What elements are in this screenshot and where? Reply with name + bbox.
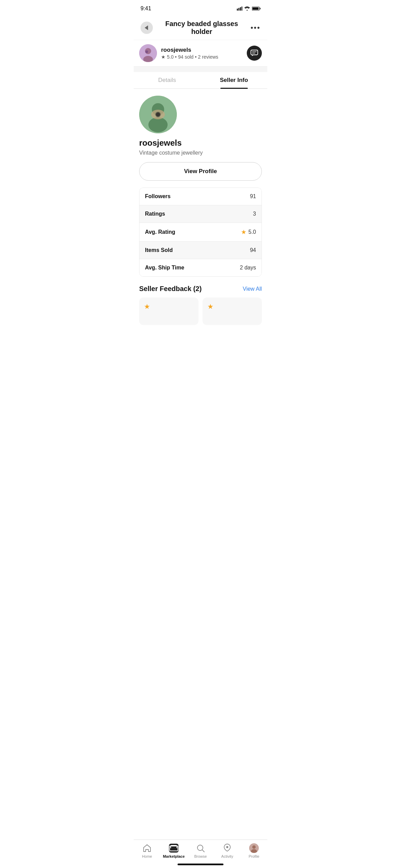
view-profile-button[interactable]: View Profile xyxy=(139,162,262,181)
back-button[interactable] xyxy=(141,22,153,34)
followers-label: Followers xyxy=(145,193,250,200)
feedback-section: Seller Feedback (2) View All ★ ★ xyxy=(134,285,267,330)
seller-rating-banner: 5.0 xyxy=(167,54,173,60)
seller-sold-count: 94 xyxy=(178,54,183,60)
ratings-value: 3 xyxy=(253,211,256,217)
nav-label-activity: Activity xyxy=(221,854,233,858)
nav-item-profile[interactable]: Profile xyxy=(241,843,267,858)
svg-point-22 xyxy=(226,846,228,848)
svg-point-19 xyxy=(156,112,160,117)
avg-rating-label: Avg. Rating xyxy=(145,229,241,235)
stat-row-avg-rating: Avg. Rating ★ 5.0 xyxy=(139,223,262,242)
reviews-label: reviews xyxy=(202,54,218,60)
status-bar: 9:41 xyxy=(134,0,267,17)
view-all-link[interactable]: View All xyxy=(243,286,262,292)
message-button[interactable] xyxy=(247,46,262,61)
avg-rating-star-icon: ★ xyxy=(241,228,246,236)
svg-rect-6 xyxy=(253,8,259,10)
svg-rect-2 xyxy=(240,7,241,11)
ship-time-value: 2 days xyxy=(240,265,256,271)
header: Fancy beaded glasses holder ••• xyxy=(134,17,267,40)
items-sold-value: 94 xyxy=(250,247,256,253)
feedback-star-2: ★ xyxy=(207,303,214,310)
stat-row-followers: Followers 91 xyxy=(139,188,262,205)
profile-avatar-nav xyxy=(249,843,259,853)
profile-icon xyxy=(249,843,259,853)
stats-table: Followers 91 Ratings 3 Avg. Rating ★ 5.0… xyxy=(139,188,262,277)
tab-details[interactable]: Details xyxy=(134,72,200,88)
back-arrow-icon xyxy=(145,25,148,30)
svg-rect-11 xyxy=(251,50,258,55)
feedback-card-1: ★ xyxy=(139,298,198,325)
feedback-cards: ★ ★ xyxy=(139,298,262,325)
nav-item-home[interactable]: Home xyxy=(134,843,160,858)
svg-rect-3 xyxy=(242,7,243,11)
separator2: • xyxy=(195,54,197,60)
svg-point-16 xyxy=(148,117,168,132)
nav-label-marketplace: Marketplace xyxy=(163,854,185,858)
tab-seller-info[interactable]: Seller Info xyxy=(200,72,267,88)
nav-item-activity[interactable]: Activity xyxy=(214,843,241,858)
section-spacer xyxy=(134,67,267,72)
svg-point-10 xyxy=(145,50,148,53)
seller-banner: roosjewels ★ 5.0 • 94 sold • 2 reviews xyxy=(134,40,267,67)
nav-item-marketplace[interactable]: Marketplace xyxy=(160,843,187,858)
ratings-label: Ratings xyxy=(145,211,253,217)
seller-bio: Vintage costume jewellery xyxy=(139,150,262,156)
status-icons xyxy=(237,7,260,11)
stat-row-items-sold: Items Sold 94 xyxy=(139,242,262,259)
page-title: Fancy beaded glasses holder xyxy=(153,20,251,36)
seller-name-banner: roosjewels xyxy=(161,47,218,53)
seller-reviews: 2 xyxy=(198,54,201,60)
signal-icon xyxy=(237,7,242,11)
nav-label-browse: Browse xyxy=(194,854,207,858)
items-sold-label: Items Sold xyxy=(145,247,250,253)
seller-banner-info: roosjewels ★ 5.0 • 94 sold • 2 reviews xyxy=(161,47,218,60)
svg-rect-0 xyxy=(237,9,238,11)
stat-row-ship-time: Avg. Ship Time 2 days xyxy=(139,259,262,276)
seller-info-section: roosjewels Vintage costume jewellery Vie… xyxy=(134,89,267,277)
seller-stats-banner: ★ 5.0 • 94 sold • 2 reviews xyxy=(161,54,218,60)
feedback-title: Seller Feedback (2) xyxy=(139,285,202,293)
more-options-button[interactable]: ••• xyxy=(251,23,260,32)
seller-avatar-small xyxy=(139,44,157,62)
ship-time-label: Avg. Ship Time xyxy=(145,265,240,271)
seller-avatar-large xyxy=(139,96,177,133)
activity-icon xyxy=(222,843,232,853)
home-indicator xyxy=(178,864,223,865)
nav-label-home: Home xyxy=(142,854,152,858)
seller-name-large: roosjewels xyxy=(139,138,262,148)
browse-icon xyxy=(196,843,205,853)
feedback-card-2: ★ xyxy=(203,298,262,325)
status-time: 9:41 xyxy=(141,5,151,12)
avg-rating-value: ★ 5.0 xyxy=(241,228,256,236)
feedback-star-1: ★ xyxy=(144,303,150,310)
separator1: • xyxy=(175,54,177,60)
feedback-header: Seller Feedback (2) View All xyxy=(139,285,262,293)
svg-rect-5 xyxy=(260,8,260,10)
wifi-icon xyxy=(244,7,250,11)
battery-icon xyxy=(252,7,260,11)
sold-label: sold xyxy=(185,54,194,60)
nav-item-browse[interactable]: Browse xyxy=(187,843,214,858)
message-icon xyxy=(251,49,258,57)
svg-line-21 xyxy=(202,850,204,852)
star-icon-banner: ★ xyxy=(161,54,166,60)
seller-banner-left: roosjewels ★ 5.0 • 94 sold • 2 reviews xyxy=(139,44,218,62)
nav-label-profile: Profile xyxy=(248,854,259,858)
tabs: Details Seller Info xyxy=(134,72,267,89)
svg-point-24 xyxy=(252,845,256,849)
home-icon xyxy=(142,843,152,853)
marketplace-box-icon xyxy=(169,844,179,853)
followers-value: 91 xyxy=(250,193,256,200)
stat-row-ratings: Ratings 3 xyxy=(139,205,262,223)
marketplace-icon xyxy=(169,843,179,853)
svg-rect-1 xyxy=(239,8,240,11)
